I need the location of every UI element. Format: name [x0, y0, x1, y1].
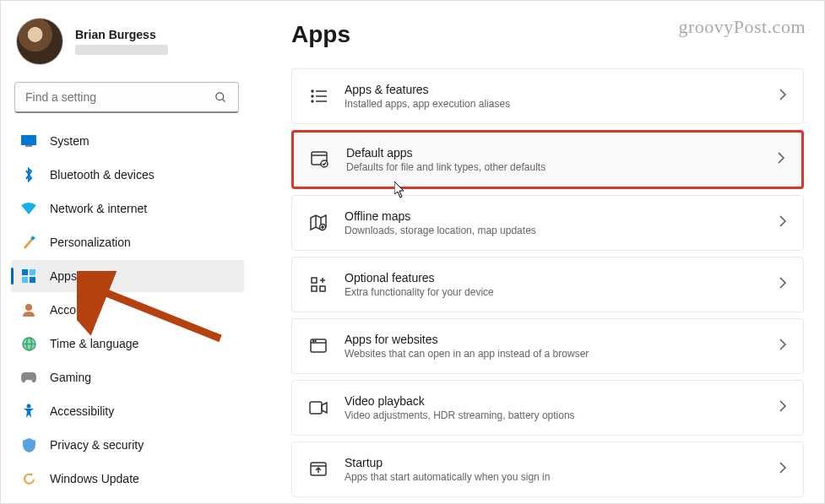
svg-point-19	[312, 100, 313, 102]
card-optional-features[interactable]: Optional features Extra functionality fo…	[291, 257, 804, 312]
svg-point-17	[312, 95, 313, 97]
search-icon	[213, 89, 228, 105]
sidebar-item-label: Time & language	[50, 337, 138, 350]
map-icon	[309, 214, 328, 232]
svg-rect-3	[25, 145, 32, 147]
apps-icon	[21, 268, 36, 284]
sidebar-item-label: Gaming	[50, 371, 91, 384]
card-subtitle: Extra functionality for your device	[345, 286, 763, 298]
svg-point-34	[313, 341, 314, 342]
watermark: groovyPost.com	[678, 16, 806, 38]
profile-email-redacted	[75, 45, 168, 55]
video-icon	[309, 398, 328, 417]
sidebar-item-label: Accounts	[50, 303, 99, 317]
profile-name: Brian Burgess	[75, 28, 168, 41]
svg-rect-5	[22, 269, 28, 275]
svg-rect-6	[30, 269, 35, 275]
sidebar-item-label: Privacy & security	[50, 438, 144, 452]
card-apps-websites[interactable]: Apps for websites Websites that can open…	[291, 318, 804, 374]
card-subtitle: Downloads, storage location, map updates	[345, 225, 763, 236]
svg-line-1	[222, 99, 225, 101]
grid-plus-icon	[309, 275, 328, 294]
sidebar-item-privacy[interactable]: Privacy & security	[11, 429, 244, 461]
globe-icon	[21, 336, 36, 351]
person-icon	[21, 302, 36, 317]
sidebar-item-network[interactable]: Network & internet	[11, 192, 244, 225]
list-icon	[309, 87, 328, 106]
system-icon	[21, 133, 36, 149]
brush-icon	[21, 235, 36, 250]
sidebar: Brian Burgess System Bluetooth & devices…	[1, 1, 251, 503]
svg-rect-2	[21, 135, 36, 145]
sidebar-item-windows-update[interactable]: Windows Update	[11, 463, 244, 495]
card-subtitle: Apps that start automatically when you s…	[345, 471, 763, 483]
shield-icon	[21, 437, 36, 453]
svg-point-35	[315, 341, 316, 342]
svg-rect-8	[30, 277, 35, 283]
card-offline-maps[interactable]: Offline maps Downloads, storage location…	[291, 195, 804, 251]
svg-point-15	[312, 90, 313, 92]
sidebar-item-label: Accessibility	[50, 404, 114, 418]
sidebar-item-label: Bluetooth & devices	[50, 168, 155, 182]
svg-rect-7	[22, 277, 28, 283]
sidebar-item-time-language[interactable]: Time & language	[11, 328, 244, 360]
update-icon	[21, 471, 36, 486]
svg-point-0	[215, 92, 223, 100]
svg-rect-28	[312, 286, 317, 291]
svg-rect-36	[310, 402, 322, 414]
card-video-playback[interactable]: Video playback Video adjustments, HDR st…	[291, 380, 804, 436]
accessibility-icon	[21, 404, 36, 419]
sidebar-item-gaming[interactable]: Gaming	[11, 361, 244, 393]
card-title: Optional features	[345, 271, 763, 285]
card-title: Startup	[345, 456, 763, 469]
card-title: Apps & features	[345, 83, 763, 96]
chevron-right-icon	[779, 339, 786, 354]
sidebar-item-system[interactable]: System	[11, 125, 244, 157]
svg-rect-27	[312, 278, 317, 283]
svg-point-9	[25, 304, 32, 311]
card-title: Default apps	[346, 146, 761, 160]
card-title: Video playback	[345, 394, 763, 408]
avatar	[16, 18, 63, 65]
svg-point-14	[27, 404, 31, 409]
sidebar-item-accounts[interactable]: Accounts	[11, 294, 244, 326]
sidebar-item-label: System	[50, 134, 90, 148]
sidebar-item-label: Network & internet	[50, 202, 147, 215]
card-subtitle: Video adjustments, HDR streaming, batter…	[345, 409, 763, 421]
sidebar-item-bluetooth[interactable]: Bluetooth & devices	[11, 159, 244, 191]
sidebar-item-label: Personalization	[50, 236, 131, 249]
nav-list: System Bluetooth & devices Network & int…	[11, 125, 244, 495]
chevron-right-icon	[779, 89, 786, 104]
chevron-right-icon	[779, 277, 786, 292]
wifi-icon	[21, 201, 36, 216]
sidebar-item-label: Apps	[50, 269, 77, 283]
sidebar-item-label: Windows Update	[50, 472, 139, 485]
card-default-apps[interactable]: Default apps Defaults for file and link …	[291, 130, 804, 189]
sidebar-item-accessibility[interactable]: Accessibility	[11, 395, 244, 427]
card-title: Apps for websites	[345, 333, 763, 346]
card-subtitle: Defaults for file and link types, other …	[346, 161, 761, 173]
sidebar-item-personalization[interactable]: Personalization	[11, 226, 244, 258]
card-title: Offline maps	[345, 209, 763, 223]
bluetooth-icon	[21, 167, 36, 182]
default-apps-icon	[311, 150, 329, 169]
gamepad-icon	[21, 370, 36, 385]
card-subtitle: Installed apps, app execution aliases	[345, 98, 763, 110]
card-apps-features[interactable]: Apps & features Installed apps, app exec…	[291, 68, 804, 124]
search-input-wrapper[interactable]	[14, 82, 239, 113]
chevron-right-icon	[779, 462, 786, 477]
search-input[interactable]	[25, 90, 213, 104]
chevron-right-icon	[779, 400, 786, 415]
card-subtitle: Websites that can open in an app instead…	[345, 348, 763, 360]
card-startup[interactable]: Startup Apps that start automatically wh…	[291, 442, 804, 497]
chevron-right-icon	[779, 215, 786, 230]
main-content: Apps Apps & features Installed apps, app…	[251, 1, 824, 503]
window-icon	[309, 337, 328, 355]
chevron-right-icon	[778, 152, 784, 167]
svg-rect-29	[320, 286, 325, 291]
startup-icon	[309, 460, 328, 479]
sidebar-item-apps[interactable]: Apps	[11, 260, 244, 292]
profile-section[interactable]: Brian Burgess	[11, 11, 244, 79]
